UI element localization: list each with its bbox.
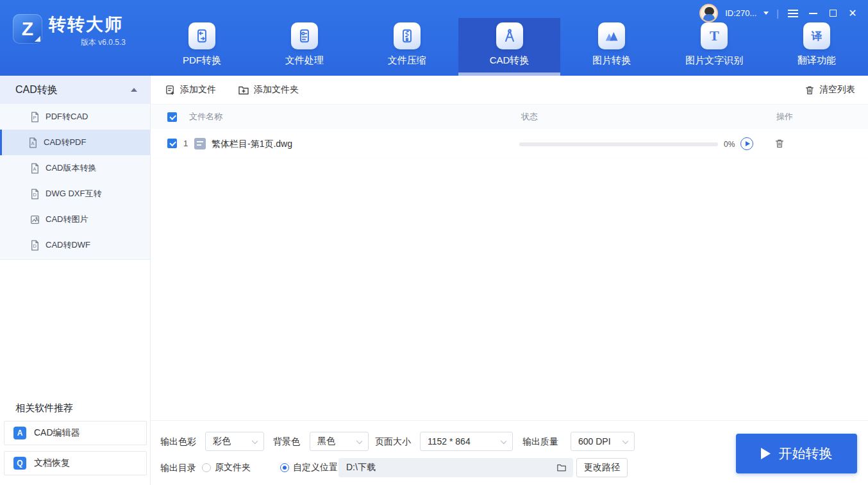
background-color-value: 黑色 — [317, 436, 335, 447]
sidebar-group-label: CAD转换 — [15, 83, 131, 97]
hamburger-icon — [788, 10, 798, 17]
sidebar-item-label: CAD转PDF — [44, 137, 86, 148]
tab-label: 文件处理 — [285, 55, 324, 67]
clear-list-button[interactable]: 清空列表 — [805, 84, 855, 96]
translate-icon: 译 — [803, 22, 830, 49]
radio-original-folder[interactable]: 原文件夹 — [202, 458, 251, 477]
output-path-field — [338, 458, 573, 477]
sidebar-item-cad-version-convert[interactable]: A CAD版本转换 — [0, 155, 150, 181]
page-size-select[interactable]: 1152 * 864 — [420, 432, 513, 451]
titlebar-divider: | — [776, 8, 779, 19]
table-row: 1 繁体栏目-第1页.dwg 0% — [151, 129, 868, 158]
close-icon: ✕ — [848, 8, 856, 19]
row-index: 1 — [183, 139, 188, 148]
add-folder-label: 添加文件夹 — [254, 84, 299, 96]
tab-label: 图片转换 — [592, 55, 631, 67]
header: Z 转转大师 版本 v6.0.5.3 ID:270... | ✕ — [0, 0, 868, 76]
ocr-glyph: T — [710, 28, 719, 44]
sidebar: CAD转换 P PDF转CAD A CAD转PDF — [0, 76, 151, 485]
sidebar-group-header[interactable]: CAD转换 — [0, 76, 150, 104]
tab-label: 文件压缩 — [388, 55, 426, 67]
background-color-select[interactable]: 黑色 — [310, 432, 369, 451]
file-name: 繁体栏目-第1页.dwg — [212, 139, 292, 150]
sidebar-item-cad-to-image[interactable]: CAD转图片 — [0, 207, 150, 232]
recommend-doc-recovery[interactable]: Q 文档恢复 — [4, 451, 147, 475]
svg-text:A: A — [33, 166, 37, 172]
sidebar-item-cad-to-dwf[interactable]: D CAD转DWF — [0, 232, 150, 258]
user-id[interactable]: ID:270... — [725, 8, 756, 18]
add-file-button[interactable]: 添加文件 — [165, 84, 216, 96]
app-logo: Z 转转大师 版本 v6.0.5.3 — [13, 14, 126, 48]
tab-translate[interactable]: 译 翻译功能 — [765, 18, 868, 76]
chevron-down-icon[interactable] — [764, 12, 769, 15]
logo-z-icon: Z — [13, 14, 42, 44]
app-title: 转转大师 — [49, 14, 126, 35]
sidebar-item-cad-to-pdf[interactable]: A CAD转PDF — [0, 130, 150, 155]
row-checkbox[interactable] — [167, 139, 177, 148]
sidebar-item-label: CAD转图片 — [46, 214, 88, 225]
tab-label: 图片文字识别 — [685, 55, 743, 67]
chevron-up-icon — [131, 88, 137, 92]
add-folder-icon — [238, 85, 249, 96]
select-all-checkbox[interactable] — [167, 112, 177, 122]
main-nav: PDF转换 文件处理 — [151, 18, 868, 76]
progress-bar — [519, 142, 718, 146]
cad-editor-icon: A — [13, 427, 26, 439]
output-path-input[interactable] — [338, 458, 573, 477]
a-file-icon: A — [28, 137, 38, 148]
output-color-select[interactable]: 彩色 — [205, 432, 264, 451]
chevron-down-icon — [622, 438, 628, 444]
output-quality-select[interactable]: 600 DPI — [571, 432, 635, 451]
sidebar-item-label: PDF转CAD — [46, 111, 88, 123]
delete-row-button[interactable] — [774, 138, 785, 151]
file-toolbar: 添加文件 添加文件夹 清空列表 — [151, 76, 868, 105]
sidebar-item-dwg-dxf[interactable]: D DWG DXF互转 — [0, 181, 150, 207]
recommend-cad-editor[interactable]: A CAD编辑器 — [4, 421, 147, 445]
sidebar-item-label: CAD版本转换 — [46, 162, 96, 174]
radio-custom-location[interactable]: 自定义位置 — [280, 458, 338, 477]
add-file-label: 添加文件 — [180, 84, 216, 96]
pdf-file-icon: P — [30, 112, 40, 123]
pdf-convert-icon — [188, 22, 215, 49]
start-convert-button[interactable]: 开始转换 — [736, 434, 857, 473]
change-path-button[interactable]: 更改路径 — [576, 458, 628, 477]
svg-text:D: D — [33, 243, 37, 249]
d-file-icon: D — [30, 240, 40, 251]
tab-image-convert[interactable]: 图片转换 — [560, 18, 663, 76]
tab-label: PDF转换 — [183, 55, 221, 67]
tab-cad-convert[interactable]: CAD转换 — [458, 18, 561, 76]
tab-ocr[interactable]: T 图片文字识别 — [663, 18, 765, 76]
recommend-label: CAD编辑器 — [34, 427, 80, 439]
main-content: 添加文件 添加文件夹 清空列表 文件名称 状态 操作 — [151, 76, 868, 420]
add-folder-button[interactable]: 添加文件夹 — [238, 84, 299, 96]
app-window: Z 转转大师 版本 v6.0.5.3 ID:270... | ✕ — [0, 0, 868, 485]
output-quality-label: 输出质量 — [522, 432, 558, 451]
clear-list-label: 清空列表 — [819, 84, 855, 96]
trash-icon — [774, 138, 785, 149]
svg-text:P: P — [33, 115, 37, 121]
sidebar-menu-group: CAD转换 P PDF转CAD A CAD转PDF — [0, 76, 150, 260]
column-header-action: 操作 — [776, 111, 793, 123]
file-icon — [194, 138, 206, 149]
radio-label: 自定义位置 — [293, 462, 338, 473]
tab-file-compress[interactable]: 文件压缩 — [356, 18, 458, 76]
convert-row-button[interactable] — [740, 137, 753, 150]
background-color-label: 背景色 — [273, 432, 300, 451]
settings-panel: 输出色彩 彩色 背景色 黑色 页面大小 1152 * 864 输出质量 600 … — [151, 420, 868, 485]
svg-text:A: A — [31, 140, 35, 146]
tab-file-process[interactable]: 文件处理 — [253, 18, 356, 76]
sidebar-item-label: DWG DXF互转 — [46, 188, 101, 200]
radio-checked-icon — [280, 463, 289, 472]
file-process-icon — [291, 22, 318, 49]
browse-folder-button[interactable] — [556, 463, 567, 475]
tab-pdf-convert[interactable]: PDF转换 — [151, 18, 253, 76]
sidebar-item-pdf-to-cad[interactable]: P PDF转CAD — [0, 104, 150, 130]
minimize-icon — [809, 13, 817, 14]
output-dir-label: 输出目录 — [160, 458, 196, 477]
column-header-name: 文件名称 — [189, 111, 222, 123]
tab-label: CAD转换 — [490, 55, 530, 67]
recommend-section: 相关软件推荐 A CAD编辑器 Q 文档恢复 — [0, 402, 151, 481]
page-size-label: 页面大小 — [375, 432, 411, 451]
recommend-label: 文档恢复 — [34, 457, 70, 469]
start-convert-label: 开始转换 — [779, 445, 833, 463]
